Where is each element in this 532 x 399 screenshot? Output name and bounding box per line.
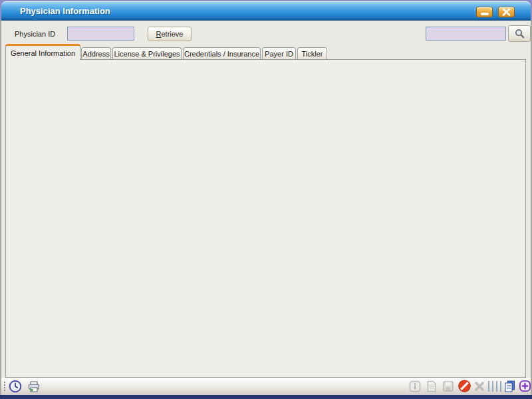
tab-payer-id[interactable]: Payer ID — [262, 47, 296, 60]
minimize-button[interactable] — [476, 7, 493, 17]
physician-information-window: Physician Information Physician ID Retri… — [0, 0, 532, 399]
document-button[interactable] — [426, 380, 438, 392]
info-button[interactable] — [409, 380, 421, 392]
add-record-icon — [519, 380, 531, 392]
cancel-button[interactable] — [458, 379, 471, 393]
print-icon — [27, 380, 41, 394]
tab-credentials-insurance[interactable]: Credentials / Insurance — [183, 47, 261, 60]
search-icon — [514, 28, 525, 39]
tab-tickler[interactable]: Tickler — [297, 47, 327, 60]
close-icon — [499, 7, 514, 17]
delete-button[interactable] — [473, 380, 485, 392]
add-record-button[interactable] — [519, 380, 531, 392]
cancel-icon — [458, 379, 471, 393]
clock-icon — [9, 380, 22, 393]
close-button[interactable] — [498, 7, 515, 17]
copy-button[interactable] — [503, 380, 517, 393]
clock-button[interactable] — [9, 380, 22, 393]
tab-address[interactable]: Address — [81, 47, 111, 60]
tab-panel-general-information — [5, 59, 526, 378]
physician-id-input[interactable] — [67, 27, 134, 41]
physician-id-label: Physician ID — [15, 30, 55, 38]
window-title: Physician Information — [20, 6, 110, 16]
search-button[interactable] — [508, 25, 531, 42]
minimize-icon — [481, 13, 489, 15]
toolbar-grip[interactable] — [3, 381, 6, 392]
delete-icon — [473, 380, 485, 392]
toolbar-separator — [488, 381, 503, 392]
print-button[interactable] — [27, 380, 41, 394]
retrieve-button[interactable]: Retrieve — [148, 27, 192, 41]
document-icon — [426, 380, 438, 392]
window-titlebar: Physician Information — [1, 1, 531, 21]
save-icon — [442, 380, 454, 392]
tab-general-information[interactable]: General Information — [5, 44, 80, 60]
info-icon — [409, 380, 421, 392]
copy-icon — [503, 380, 517, 393]
quick-search-input[interactable] — [426, 27, 506, 41]
tab-license-privileges[interactable]: License & Privileges — [112, 47, 182, 60]
window-bottom-edge — [0, 395, 532, 399]
save-button[interactable] — [442, 380, 454, 392]
